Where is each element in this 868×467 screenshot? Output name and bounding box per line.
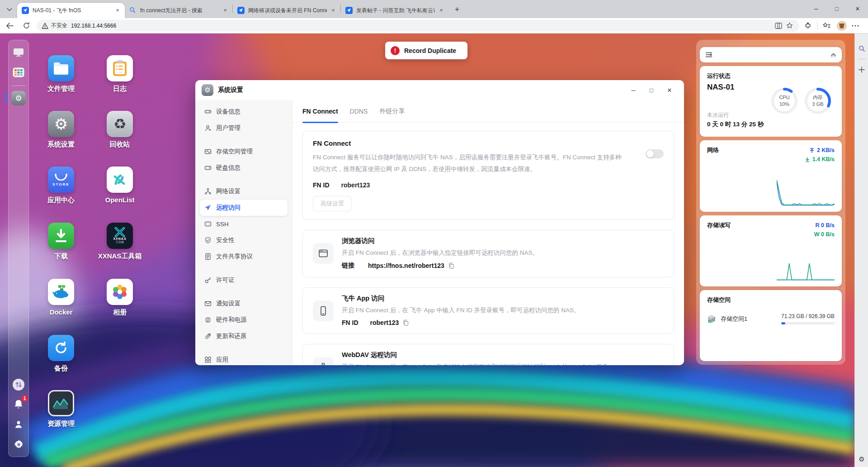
tab-close-icon[interactable]: × bbox=[114, 7, 121, 14]
webdav-access-card: WebDAV 远程访问 开启 FN Connect 后，在 WebDAV 客户端… bbox=[302, 344, 674, 365]
tab-external-share[interactable]: 外链分享 bbox=[379, 100, 405, 123]
webdav-nodes-icon bbox=[313, 357, 334, 365]
menu-item-device-info[interactable]: 设备信息 bbox=[200, 104, 288, 120]
tab-search-button[interactable] bbox=[4, 4, 15, 15]
desktop-icon-openlist[interactable]: OpenList bbox=[90, 167, 149, 204]
desktop-icon-xxnas-toolbox[interactable]: XXNAS 工具箱 XXNAS工具箱 bbox=[90, 223, 149, 261]
menu-item-security[interactable]: 安全性 bbox=[200, 232, 288, 248]
desktop-icon-backup[interactable]: 备份 bbox=[32, 335, 90, 373]
menu-item-network-settings[interactable]: 网络设置 bbox=[200, 183, 288, 200]
dock-account-button[interactable] bbox=[11, 417, 26, 432]
dock-desktop-button[interactable] bbox=[11, 45, 26, 60]
running-indicator bbox=[5, 92, 7, 104]
menu-item-applications[interactable]: 应用 bbox=[200, 352, 288, 365]
refresh-button[interactable] bbox=[20, 19, 33, 32]
browser-tab-search[interactable]: fn connect无法开启 - 搜索 × bbox=[125, 3, 232, 18]
settings-more-icon[interactable] bbox=[849, 20, 861, 32]
desktop-icon-label: 日志 bbox=[90, 85, 149, 93]
favorite-star-icon[interactable] bbox=[784, 20, 795, 31]
desktop-icon-photos[interactable]: 相册 bbox=[90, 279, 149, 317]
collapse-chevron-icon[interactable] bbox=[830, 52, 836, 57]
copy-icon[interactable] bbox=[448, 262, 454, 269]
remote-link-value[interactable]: https://fnos.net/robert123 bbox=[368, 262, 444, 269]
menu-item-file-sharing[interactable]: 文件共享协议 bbox=[200, 248, 288, 265]
profile-avatar[interactable] bbox=[837, 21, 847, 31]
dialog-maximize-button[interactable]: □ bbox=[642, 83, 660, 97]
dock-notifications-button[interactable]: 1 bbox=[11, 397, 26, 412]
download-icon bbox=[55, 229, 67, 243]
menu-item-user-management[interactable]: 用户管理 bbox=[200, 120, 288, 136]
desktop-icon-file-manager[interactable]: 文件管理 bbox=[32, 55, 90, 93]
desktop-icon-logs[interactable]: 日志 bbox=[90, 55, 149, 93]
fn-connect-toggle[interactable] bbox=[646, 149, 664, 158]
dock-apps-button[interactable] bbox=[11, 65, 26, 80]
settings-gear-icon: ⚙ bbox=[202, 84, 213, 96]
new-tab-button[interactable]: + bbox=[451, 4, 463, 15]
desktop-icon-system-settings[interactable]: ⚙ 系统设置 bbox=[32, 111, 90, 149]
desktop-icon-resource-monitor[interactable]: 资源管理 bbox=[32, 390, 90, 428]
window-close-button[interactable]: ✕ bbox=[847, 0, 868, 17]
download-value: 1.4 KB/s bbox=[812, 156, 835, 162]
sidebar-search-button[interactable] bbox=[855, 42, 868, 55]
desktop-icon-app-center[interactable]: STORE 应用中心 bbox=[32, 167, 90, 205]
advanced-settings-button[interactable]: 高级设置 bbox=[313, 196, 352, 211]
dialog-minimize-button[interactable]: ─ bbox=[624, 83, 642, 97]
copy-icon[interactable] bbox=[402, 319, 409, 326]
menu-item-update-restore[interactable]: 更新和还原 bbox=[200, 328, 288, 344]
tab-close-icon[interactable]: × bbox=[330, 7, 337, 14]
browser-tab-error[interactable]: 网络错误或设备未开启 FN Connec × bbox=[233, 3, 340, 18]
dock-transfer-button[interactable] bbox=[11, 377, 26, 392]
key-icon bbox=[204, 276, 212, 284]
menu-item-disk-info[interactable]: 硬盘信息 bbox=[200, 160, 288, 176]
desktop-icon-label: 应用中心 bbox=[32, 196, 90, 205]
browser-tab-forum[interactable]: 发表帖子 - 问答互助 飞牛私有云论 × bbox=[341, 3, 448, 18]
tab-close-icon[interactable]: × bbox=[438, 7, 445, 14]
extensions-puzzle-icon[interactable] bbox=[802, 20, 814, 32]
menu-item-license[interactable]: 许可证 bbox=[200, 272, 288, 288]
storage-io-widget: 存储读写 R 0 B/s W 0 B/s bbox=[700, 215, 842, 286]
menu-item-remote-access[interactable]: 远程访问 bbox=[200, 200, 288, 216]
card-title: 浏览器访问 bbox=[342, 237, 664, 245]
desktop-icon-label: 系统设置 bbox=[32, 140, 90, 149]
dock-divider bbox=[12, 86, 25, 86]
dialog-titlebar[interactable]: ⚙ 系统设置 ─ □ ✕ bbox=[195, 80, 684, 100]
tab-title: 发表帖子 - 问答互助 飞牛私有云论 bbox=[356, 7, 435, 14]
dock-system-settings-running[interactable]: ⚙ bbox=[11, 91, 26, 106]
record-duplicate-toast[interactable]: ! Record Duplicate bbox=[385, 42, 467, 59]
settings-scroll-area[interactable]: FN Connect FN Connect 服务可以让你随时随地访问到飞牛 NA… bbox=[292, 123, 684, 365]
favorites-bar-icon[interactable] bbox=[821, 20, 832, 32]
widget-list-icon[interactable] bbox=[705, 52, 712, 58]
settings-menu: 设备信息 用户管理 存储空间管理 硬盘信息 bbox=[195, 100, 292, 365]
menu-item-notification-settings[interactable]: 通知设置 bbox=[200, 295, 288, 312]
not-secure-warning-icon bbox=[42, 23, 48, 29]
menu-item-storage-management[interactable]: 存储空间管理 bbox=[200, 143, 288, 160]
window-minimize-button[interactable]: ─ bbox=[806, 0, 826, 17]
desktop-icon-docker[interactable]: Docker bbox=[32, 279, 90, 316]
browser-tab-nas[interactable]: NAS-01 - 飞牛 fnOS × bbox=[17, 3, 125, 18]
menu-item-hardware-power[interactable]: 硬件和电源 bbox=[200, 312, 288, 328]
window-maximize-button[interactable]: □ bbox=[826, 0, 847, 17]
tab-ddns[interactable]: DDNS bbox=[350, 100, 368, 123]
toolbar-divider bbox=[817, 22, 818, 30]
back-button[interactable] bbox=[4, 19, 16, 32]
flower-photos-icon bbox=[112, 284, 128, 300]
store-badge: STORE bbox=[52, 182, 69, 186]
dock-settings-button[interactable] bbox=[11, 437, 26, 452]
address-bar[interactable]: 不安全 192.168.1.44:5666 bbox=[37, 20, 799, 32]
tab-fn-connect[interactable]: FN Connect bbox=[302, 100, 338, 123]
desktop-icon-recycle-bin[interactable]: ♻ 回收站 bbox=[90, 111, 149, 149]
desktop-icon-downloads[interactable]: 下载 bbox=[32, 223, 90, 261]
fn-id-value: robert123 bbox=[341, 181, 370, 189]
volume-row[interactable]: 存储空间1 71.23 GB / 926.39 GB bbox=[707, 313, 835, 324]
sidebar-settings-gear-icon[interactable]: ⚙ bbox=[855, 455, 868, 463]
menu-item-ssh[interactable]: SSH bbox=[200, 216, 288, 232]
widget-title: 存储空间 bbox=[707, 296, 835, 304]
menu-label: 硬盘信息 bbox=[216, 164, 241, 172]
menu-label: SSH bbox=[216, 221, 229, 228]
dialog-close-button[interactable]: ✕ bbox=[660, 83, 679, 97]
menu-label: 设备信息 bbox=[216, 108, 241, 116]
tab-close-icon[interactable]: × bbox=[222, 7, 229, 14]
split-screen-icon[interactable] bbox=[773, 20, 784, 31]
sidebar-add-button[interactable] bbox=[855, 63, 868, 76]
clipboard-icon bbox=[112, 60, 127, 77]
